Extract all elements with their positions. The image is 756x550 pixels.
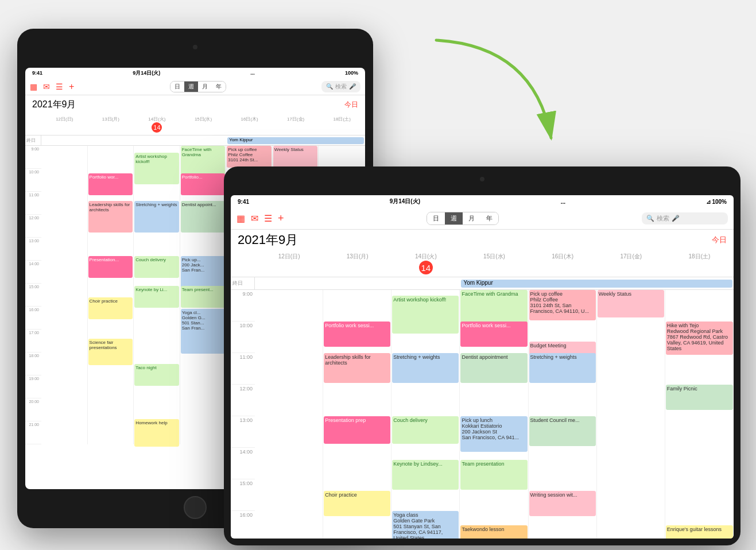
inbox-icon-pro[interactable]: ✉ <box>251 213 258 224</box>
event-yoga-pro[interactable]: Yoga classGolden Gate Park501 Stanyan St… <box>392 511 459 539</box>
allday-tue-pro <box>391 277 460 290</box>
time-grid-scroll-pro[interactable]: 9:00 10:00 11:00 12:00 13:00 14:00 15:00… <box>231 290 734 539</box>
today-btn-mini[interactable]: 今日 <box>344 100 358 110</box>
date-pro: 9月14日(火) <box>390 197 420 206</box>
event-team-mini[interactable]: Team present... <box>181 286 226 308</box>
event-student-council-pro[interactable]: Student Council me... <box>529 416 596 446</box>
col-0-bg-mini <box>41 146 87 444</box>
search-icon-pro: 🔍 <box>646 215 654 222</box>
day-label-tue-pro: 14日(火) <box>393 253 459 261</box>
event-pickup-mini[interactable]: Pick up...200 Jack...San Fran... <box>181 256 226 288</box>
col-thu-pro: Pick up coffeePhilz Coffee3101 24th St, … <box>529 290 597 539</box>
calendar-app-pro: 9:41 9月14日(火) ... ⊿ 100% ▦ ✉ ☰ + 日 週 月 年 <box>231 195 734 539</box>
search-pro[interactable]: 🔍 検索 🎤 <box>642 212 728 224</box>
home-button-mini[interactable] <box>184 496 207 519</box>
event-family-picnic-pro[interactable]: Family Picnic <box>666 385 733 410</box>
day-header-5-mini: 17日(金) <box>273 114 319 135</box>
event-couch-mini[interactable]: Couch delivery <box>134 256 179 278</box>
add-icon-pro[interactable]: + <box>278 212 284 224</box>
event-taco-mini[interactable]: Taco night <box>134 364 179 386</box>
col-2-mini: Artist workshop kickoff! Stretching + we… <box>134 146 180 444</box>
event-portfolio-mon-pro[interactable]: Portfolio work sessi... <box>324 322 390 347</box>
event-artist-mini[interactable]: Artist workshop kickoff! <box>134 153 179 184</box>
view-year-mini[interactable]: 年 <box>212 82 226 92</box>
time-pro: 9:41 <box>238 199 249 205</box>
event-presentation-pro[interactable]: Presentation prep <box>324 416 390 444</box>
view-day-pro[interactable]: 日 <box>427 212 445 224</box>
event-leadership-pro[interactable]: Leadership skills for architects <box>324 353 390 383</box>
view-week-mini[interactable]: 週 <box>184 82 198 92</box>
event-weekly-pro[interactable]: Weekly Status <box>598 290 664 317</box>
day-num-2-mini: 14 <box>152 122 162 133</box>
event-portfolio-wed-mini[interactable]: Portfolio... <box>181 173 226 195</box>
calendar-icon-mini[interactable]: ▦ <box>30 82 37 91</box>
event-couch-pro[interactable]: Couch delivery <box>392 416 459 444</box>
event-weekly-mini[interactable]: Weekly Status <box>273 146 318 168</box>
time-20-mini: 20:00 <box>25 398 41 421</box>
event-taekwondo-pro[interactable]: Taekwondo lesson <box>460 525 527 539</box>
allday-row-pro: 終日 Yom Kippur <box>231 277 734 290</box>
event-pickup-pro[interactable]: Pick up lunchKokkari Estiatorio200 Jacks… <box>460 416 527 452</box>
event-choir-mini[interactable]: Choir practice <box>88 297 133 319</box>
event-leadership-mini[interactable]: Leadership skills for architects <box>88 201 133 233</box>
inbox-icon-mini[interactable]: ✉ <box>43 82 50 91</box>
view-month-pro[interactable]: 月 <box>463 212 480 224</box>
event-yoga-mini[interactable]: Yoga cl...Golden G...501 Stan...San Fran… <box>181 309 226 354</box>
calendar-icon-pro[interactable]: ▦ <box>237 213 245 224</box>
event-coffee-pro[interactable]: Pick up coffeePhilz Coffee3101 24th St, … <box>529 290 596 320</box>
event-portfolio-wed-pro[interactable]: Portfolio work sessi... <box>460 322 527 347</box>
day-header-6-mini: 18日(土) <box>319 114 365 135</box>
search-text-pro: 検索 <box>657 214 669 223</box>
event-keynote-mini[interactable]: Keynote by Li... <box>134 286 179 308</box>
event-guitar-pro[interactable]: Enrique's guitar lessons <box>666 525 733 539</box>
add-icon-mini[interactable]: + <box>69 82 74 92</box>
event-presentation-mini[interactable]: Presentation... <box>88 256 133 278</box>
time-header-spacer-pro <box>231 250 255 277</box>
allday-label-mini: 終日 <box>25 135 41 146</box>
event-writing-pro[interactable]: Writing session wit... <box>529 491 596 516</box>
list-icon-mini[interactable]: ☰ <box>56 82 63 91</box>
view-year-pro[interactable]: 年 <box>480 212 498 224</box>
days-columns-pro: Portfolio work sessi... Leadership skill… <box>255 290 734 539</box>
day-header-mon-pro: 13日(月) <box>323 250 391 277</box>
col-sat-pro: Hike with TejoRedwood Regional Park7867 … <box>665 290 734 539</box>
search-mini[interactable]: 🔍 検索 🎤 <box>321 81 360 92</box>
event-homework-mini[interactable]: Homework help <box>134 419 179 447</box>
event-artist-pro[interactable]: Artist workshop kickoff! <box>392 296 459 334</box>
view-week-pro[interactable]: 週 <box>445 212 463 224</box>
event-hike-pro[interactable]: Hike with TejoRedwood Regional Park7867 … <box>666 322 733 355</box>
time-12-pro: 12:00 <box>231 385 255 416</box>
front-camera-pro <box>480 177 484 181</box>
today-btn-pro[interactable]: 今日 <box>712 235 727 245</box>
event-coffee-mini[interactable]: Pick up coffeePhilz Coffee3101 24th St..… <box>227 146 272 168</box>
time-15-mini: 15:00 <box>25 284 41 307</box>
time-14-mini: 14:00 <box>25 261 41 284</box>
event-stretching-thu-pro[interactable]: Stretching + weights <box>529 353 596 383</box>
event-team-pro[interactable]: Team presentation <box>460 460 527 490</box>
event-stretching-tue-mini[interactable]: Stretching + weights <box>134 201 179 233</box>
view-day-mini[interactable]: 日 <box>170 82 184 92</box>
event-stretching-tue-pro[interactable]: Stretching + weights <box>392 353 459 383</box>
time-13-pro: 13:00 <box>231 416 255 448</box>
day-header-2-mini: 14日(火) 14 <box>134 114 180 135</box>
days-header-pro: 12日(日) 13日(月) 14日(火) 14 15日(水) 16日(木) <box>231 250 734 277</box>
view-month-mini[interactable]: 月 <box>198 82 212 92</box>
event-dentist-pro[interactable]: Dentist appointment <box>460 353 527 383</box>
ipad-pro: 9:41 9月14日(火) ... ⊿ 100% ▦ ✉ ☰ + 日 週 月 年 <box>224 166 741 545</box>
month-title-pro: 2021年9月 <box>238 231 298 249</box>
event-portfolio-mon-mini[interactable]: Portfolio wor... <box>88 173 133 195</box>
time-12-mini: 12:00 <box>25 215 41 238</box>
wifi-mini: 100% <box>345 70 358 76</box>
day-label-sat-pro: 18日(土) <box>666 253 732 261</box>
list-icon-pro[interactable]: ☰ <box>264 213 272 224</box>
event-keynote-pro[interactable]: Keynote by Lindsey... <box>392 460 459 490</box>
time-10-pro: 10:00 <box>231 322 255 353</box>
day-label-1-mini: 13日(月) <box>89 116 133 122</box>
event-science-mini[interactable]: Science fair presentations <box>88 339 133 365</box>
time-18-mini: 18:00 <box>25 353 41 375</box>
event-dentist-mini[interactable]: Dentist appoint... <box>181 201 226 233</box>
day-label-sun-pro: 12日(日) <box>256 253 322 261</box>
event-choir-pro[interactable]: Choir practice <box>324 491 390 516</box>
col-tue-pro: Artist workshop kickoff! Stretching + we… <box>391 290 460 539</box>
day-label-0-mini: 12日(日) <box>42 116 87 122</box>
